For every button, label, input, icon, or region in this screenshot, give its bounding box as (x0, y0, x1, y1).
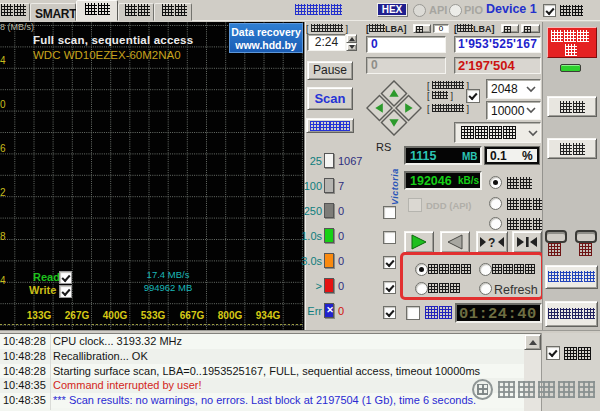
svg-text:?: ? (488, 236, 495, 249)
